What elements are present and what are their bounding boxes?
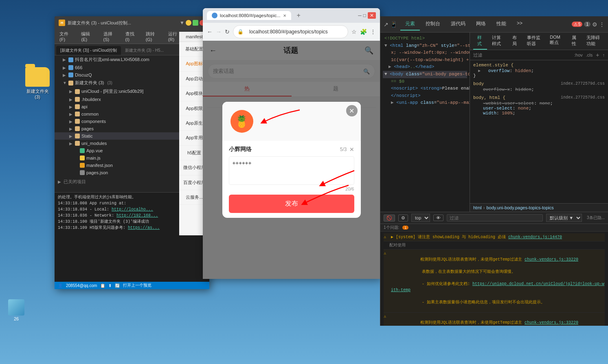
devtools-style-tab-dom[interactable]: DOM 断点 — [546, 33, 567, 50]
modal-submit-btn[interactable]: 发布 — [229, 195, 354, 213]
console-msg-1-source[interactable]: chunk-vendors.js:14470 — [508, 235, 562, 239]
style-source-body-html[interactable]: index.2772579d.css — [561, 95, 605, 101]
console-level-select[interactable]: top — [411, 214, 430, 222]
devtools-style-tab-layout[interactable]: 布局 — [508, 33, 522, 50]
devtools-titlebar: ↗ 📱 元素 控制台 源代码 网络 性能 >> ⚠5 1 ⚙ ⋮ — [380, 16, 608, 33]
app-view: ← 话题 🔍 搜索话题 🔍 热 题 — [203, 41, 380, 279]
menu-jump[interactable]: 跳转(G) — [144, 30, 162, 43]
browser-refresh-btn[interactable]: ↻ — [225, 29, 230, 35]
console-msg-2-link[interactable]: https://uniapp.dcloud.net.cn/uniCloud/jq… — [391, 282, 604, 292]
desktop-folder[interactable]: 新建文件夹(3) — [25, 67, 50, 99]
devtools-cls-label[interactable]: .cls — [586, 53, 593, 57]
console-issue-badge: 1 — [402, 226, 408, 230]
menu-edit[interactable]: 编辑(E) — [79, 30, 97, 43]
ide-icon: H — [59, 20, 65, 26]
devtools-style-tab-props[interactable]: 属性 — [568, 33, 582, 50]
console-messages: ⚠ ▶ [system] 请注意 showLoading 与 hideLoadi… — [380, 232, 608, 326]
bc-html[interactable]: html — [473, 205, 482, 210]
browser-close-btn[interactable]: ✕ — [368, 12, 376, 19]
devtools-style-tab-computed[interactable]: 计算样式 — [488, 33, 507, 50]
status-user: 208554@qq.com — [66, 283, 97, 288]
console-toolbar: 🚫 ⚙ top 👁 默认级别 ▼ 3条已隐... — [380, 212, 608, 224]
modal-close-btn[interactable]: ✕ — [346, 105, 358, 116]
html-line-noscript[interactable]: <noscript> <strong>Please enable JavaScr… — [383, 85, 467, 92]
menu-file[interactable]: 文件(F) — [58, 30, 75, 43]
status-preview-btn[interactable]: 打开上一个预览 — [123, 283, 151, 288]
devtools-tab-more[interactable]: >> — [512, 18, 527, 31]
modal-overlay[interactable]: ✕ 🍍 — [203, 41, 380, 279]
browser-tab-favicon — [212, 13, 217, 18]
devtools-settings-btn[interactable]: ⚙ — [592, 21, 597, 28]
style-source-body[interactable]: index.2772579d.css — [561, 81, 605, 87]
console-clear-btn[interactable]: 🚫 — [384, 215, 395, 221]
ide-minimize-btn[interactable] — [186, 20, 191, 26]
ide-maximize-btn[interactable] — [193, 20, 198, 26]
console-filter-input[interactable] — [447, 214, 543, 221]
console-msg-1: ⚠ ▶ [system] 请注意 showLoading 与 hideLoadi… — [384, 233, 605, 241]
devtools-more-btn[interactable]: ↑ — [603, 53, 605, 57]
ide-tab-1[interactable]: [新建文件夹 (3)] - uniCloud控制 — [56, 46, 121, 55]
style-section-body-html: body, html { index.2772579d.css -webkit-… — [473, 95, 605, 116]
browser-minimize-btn[interactable]: ─ — [358, 13, 362, 18]
console-filter-toggle-btn[interactable]: ⚙ — [398, 215, 408, 221]
browser-extension-btn[interactable]: 🧩 — [360, 29, 367, 35]
devtools-style-tab-styles[interactable]: 样式 — [473, 33, 487, 50]
html-line-doctype[interactable]: <!DOCTYPE html> — [383, 35, 467, 42]
html-line-uni-app[interactable]: ▶ <uni-app class="uni-app--maxwidth" >..… — [383, 99, 467, 107]
devtools-overflow-btn[interactable]: ⋮ — [599, 21, 605, 28]
browser-maximize-btn[interactable]: □ — [363, 13, 366, 18]
browser-bookmark-btn[interactable]: ☆ — [351, 29, 357, 35]
devtools-tab-sources[interactable]: 源代码 — [446, 18, 470, 31]
browser-tab[interactable]: localhost:8080/#/pages/topic... ✕ — [207, 11, 291, 20]
style-brace-close: } — [473, 73, 605, 78]
html-line-body[interactable]: ▼ <body class="uni-body pages-topics-top… — [383, 71, 467, 78]
console-network-link[interactable]: http://192.168... — [116, 213, 158, 218]
menu-select[interactable]: 选择(S) — [102, 30, 119, 43]
devtools-device-btn[interactable]: 📱 — [390, 21, 397, 28]
ide-tab-2[interactable]: 新建文件夹 (3) - H5... — [121, 46, 168, 55]
modal-avatar: 🍍 — [230, 110, 253, 133]
console-eye-btn[interactable]: 👁 — [433, 215, 443, 221]
modal-username: 小辉网络 — [229, 146, 252, 153]
browser-url-input[interactable] — [245, 27, 344, 36]
modal-text-input[interactable]: ++++++ — [229, 156, 354, 185]
modal-count-close-btn[interactable]: ✕ — [349, 146, 354, 153]
devtools-inspect-btn[interactable]: ↗ — [384, 21, 389, 28]
bc-body[interactable]: body.uni-body.pages-topics-topics — [486, 205, 553, 210]
modal-title-row: 小辉网络 5/3 ✕ — [229, 146, 354, 153]
devtools-panel: ↗ 📱 元素 控制台 源代码 网络 性能 >> ⚠5 1 ⚙ ⋮ — [380, 16, 608, 326]
devtools-add-rule-btn[interactable]: + — [596, 52, 599, 58]
devtools-style-tab-a11y[interactable]: 无障碍功能 — [582, 33, 605, 50]
file-icon-num: 26 — [14, 316, 19, 321]
browser-forward-btn[interactable]: → — [216, 29, 222, 35]
html-line-html[interactable]: ▼ <html lang="zh-CN" style="--status-bar… — [383, 42, 467, 50]
browser-menu-btn[interactable]: ⋮ — [370, 29, 376, 35]
html-line-noscript-close: </noscript> — [383, 92, 467, 100]
devtools-tab-console[interactable]: 控制台 — [421, 18, 445, 31]
style-section-body: body index.2772579d.css overflow-x: hidd… — [473, 81, 605, 92]
console-local-link[interactable]: http://localho... — [112, 207, 153, 212]
devtools-style-tab-events[interactable]: 事件监听器 — [523, 33, 545, 50]
html-line-html-3: 1c(var(--top-window-height) + 0px); --wi… — [383, 57, 467, 64]
console-default-level[interactable]: 默认级别 ▼ — [546, 214, 582, 222]
devtools-html-panel: <!DOCTYPE html> ▼ <html lang="zh-CN" sty… — [380, 33, 470, 212]
devtools-tab-network[interactable]: 网络 — [471, 18, 491, 31]
browser-tab-close-btn[interactable]: ✕ — [283, 13, 286, 18]
menu-find[interactable]: 查找(I) — [124, 30, 139, 43]
devtools-tab-elements[interactable]: 元素 — [400, 18, 420, 31]
devtools-error-badge: ⚠5 — [572, 22, 583, 27]
devtools-style-tabs: 样式 计算样式 布局 事件监听器 DOM 断点 属性 无障碍功能 — [470, 33, 608, 50]
console-msg-2-source[interactable]: chunk-vendors.js:33220 — [525, 257, 578, 262]
browser-new-tab-btn[interactable]: + — [294, 12, 303, 19]
devtools-tab-performance[interactable]: 性能 — [492, 18, 511, 31]
html-line-head[interactable]: ▶ <head>..</head> — [383, 64, 467, 71]
browser-window: localhost:8080/#/pages/topic... ✕ + ─ □ … — [203, 8, 380, 279]
folder-icon — [25, 67, 50, 87]
ide-title: 新建文件夹 (3) - uniCloud控制... — [68, 20, 131, 26]
modal-body: 小辉网络 5/3 ✕ — [222, 141, 361, 218]
devtools-warning-badge: 1 — [584, 22, 590, 27]
devtools-hov-label[interactable]: :hov — [574, 53, 583, 57]
browser-back-btn[interactable]: ← — [207, 29, 213, 35]
console-msg-3-source[interactable]: chunk-vendors.js:33220 — [525, 320, 578, 325]
console-h5-link[interactable]: https://as... — [128, 226, 160, 230]
